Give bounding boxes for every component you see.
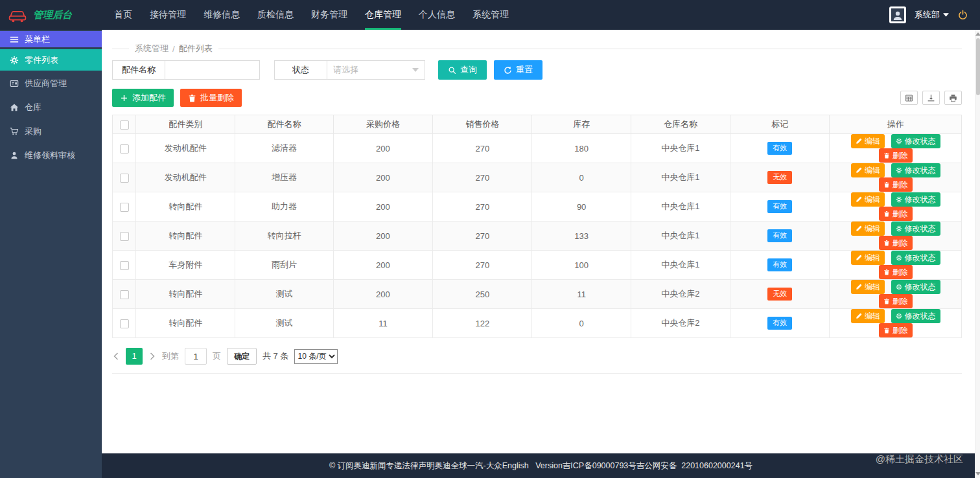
row-select-cell <box>113 251 136 280</box>
nav-item[interactable]: 接待管理 <box>150 0 186 30</box>
sidebar-item[interactable]: 维修领料审核 <box>0 144 102 166</box>
edit-button[interactable]: 编辑 <box>851 192 885 207</box>
modify-status-button[interactable]: 修改状态 <box>891 251 940 265</box>
modify-status-button[interactable]: 修改状态 <box>891 280 940 294</box>
avatar[interactable] <box>889 6 906 23</box>
row-checkbox[interactable] <box>120 290 129 299</box>
edit-button[interactable]: 编辑 <box>851 251 885 265</box>
cell-stock: 180 <box>532 134 631 163</box>
purchase-icon <box>10 127 19 136</box>
row-select-cell <box>113 222 136 251</box>
modify-status-button[interactable]: 修改状态 <box>891 309 940 323</box>
main-content: 系统管理 / 配件列表 配件名称 状态 请选择 查询 重置 添加配件 <box>102 30 975 453</box>
refresh-icon <box>504 66 512 74</box>
cell-purchase-price: 200 <box>333 222 432 251</box>
prev-page-icon[interactable] <box>112 352 120 360</box>
edit-button[interactable]: 编辑 <box>851 163 885 177</box>
search-button[interactable]: 查询 <box>438 60 487 80</box>
status-select[interactable]: 请选择 <box>327 60 425 80</box>
nav-item[interactable]: 个人信息 <box>419 0 455 30</box>
reset-button[interactable]: 重置 <box>494 60 542 80</box>
sidebar-item[interactable]: 零件列表 <box>0 49 102 71</box>
modify-status-button[interactable]: 修改状态 <box>891 222 940 236</box>
row-checkbox[interactable] <box>120 232 129 241</box>
breadcrumb-parent[interactable]: 系统管理 <box>135 43 169 54</box>
export-icon[interactable] <box>922 91 940 105</box>
scrollbar[interactable] <box>975 30 980 478</box>
cell-purchase-price: 200 <box>333 280 432 309</box>
table-row: 转向配件 转向拉杆 200 270 133 中央仓库1 有效 编辑 修改状态 删… <box>113 222 962 251</box>
nav-item[interactable]: 首页 <box>114 0 132 30</box>
cell-part-name: 助力器 <box>235 192 333 222</box>
brand: 管理后台 <box>0 8 97 23</box>
modify-status-button[interactable]: 修改状态 <box>891 163 940 177</box>
sidebar-item[interactable]: 仓库 <box>0 97 102 119</box>
row-checkbox[interactable] <box>120 261 129 270</box>
row-checkbox[interactable] <box>120 319 129 328</box>
delete-button[interactable]: 删除 <box>879 177 913 192</box>
nav-item[interactable]: 系统管理 <box>472 0 509 30</box>
row-checkbox[interactable] <box>120 203 129 212</box>
audit-icon <box>10 151 19 160</box>
sidebar-item[interactable]: 供应商管理 <box>0 73 102 95</box>
modify-status-button[interactable]: 修改状态 <box>891 192 940 207</box>
department-dropdown[interactable]: 系统部 <box>915 9 949 21</box>
edit-button[interactable]: 编辑 <box>851 309 885 323</box>
power-icon[interactable] <box>957 10 968 21</box>
current-page[interactable]: 1 <box>126 348 143 365</box>
select-all-checkbox[interactable] <box>120 120 129 130</box>
nav-item[interactable]: 仓库管理 <box>365 0 401 30</box>
page-size-select[interactable]: 10 条/页 <box>294 349 338 364</box>
scroll-down-icon[interactable] <box>975 472 980 475</box>
delete-button-label: 删除 <box>892 179 908 190</box>
scroll-up-icon[interactable] <box>975 32 980 36</box>
sidebar-item[interactable]: 菜单栏 <box>0 31 102 47</box>
row-checkbox[interactable] <box>120 144 129 154</box>
modify-status-button[interactable]: 修改状态 <box>891 134 940 148</box>
status-select-placeholder: 请选择 <box>333 64 358 76</box>
status-badge: 有效 <box>767 229 792 242</box>
cell-actions: 编辑 修改状态 删除 <box>830 134 962 163</box>
cell-category: 转向配件 <box>136 192 235 222</box>
column-header: 标记 <box>730 115 830 134</box>
print-icon[interactable] <box>944 91 962 105</box>
warehouse-icon <box>10 103 19 112</box>
delete-button-label: 删除 <box>892 238 908 249</box>
modify-status-button-label: 修改状态 <box>905 311 936 322</box>
footer-text: © 订阅奥迪新闻专递法律声明奥迪全球一汽-大众English Version吉I… <box>329 461 752 472</box>
gear-icon <box>896 167 902 174</box>
top-navbar: 管理后台 首页接待管理维修信息质检信息财务管理仓库管理个人信息系统管理 系统部 <box>0 0 980 30</box>
trash-icon <box>883 269 890 275</box>
cell-stock: 11 <box>532 280 631 309</box>
next-page-icon[interactable] <box>148 352 156 360</box>
cell-stock: 0 <box>532 309 631 338</box>
add-part-button[interactable]: 添加配件 <box>112 89 174 107</box>
edit-button[interactable]: 编辑 <box>851 222 885 236</box>
delete-button[interactable]: 删除 <box>879 236 913 250</box>
sidebar-item[interactable]: 采购 <box>0 120 102 142</box>
cell-actions: 编辑 修改状态 删除 <box>830 280 962 309</box>
nav-item[interactable]: 财务管理 <box>311 0 347 30</box>
batch-delete-button[interactable]: 批量删除 <box>180 89 242 107</box>
row-checkbox[interactable] <box>120 174 129 183</box>
delete-button[interactable]: 删除 <box>879 294 913 308</box>
cell-part-name: 测试 <box>235 280 333 309</box>
nav-item[interactable]: 维修信息 <box>204 0 240 30</box>
delete-button[interactable]: 删除 <box>879 323 913 337</box>
delete-button[interactable]: 删除 <box>879 207 913 221</box>
edit-button[interactable]: 编辑 <box>851 280 885 294</box>
gear-icon <box>896 255 902 261</box>
columns-toggle-icon[interactable] <box>900 91 918 105</box>
scrollbar-thumb[interactable] <box>976 38 980 95</box>
watermark: @稀土掘金技术社区 <box>876 453 963 466</box>
cell-sale-price: 270 <box>433 192 532 222</box>
delete-button[interactable]: 删除 <box>879 148 913 163</box>
goto-page-input[interactable] <box>185 348 207 365</box>
confirm-page-button[interactable]: 确定 <box>227 348 257 365</box>
part-name-input[interactable] <box>165 60 260 80</box>
delete-button[interactable]: 删除 <box>879 265 913 279</box>
nav-item[interactable]: 质检信息 <box>257 0 294 30</box>
cell-sale-price: 270 <box>433 134 532 163</box>
edit-button[interactable]: 编辑 <box>851 134 885 148</box>
trash-icon <box>188 94 196 102</box>
